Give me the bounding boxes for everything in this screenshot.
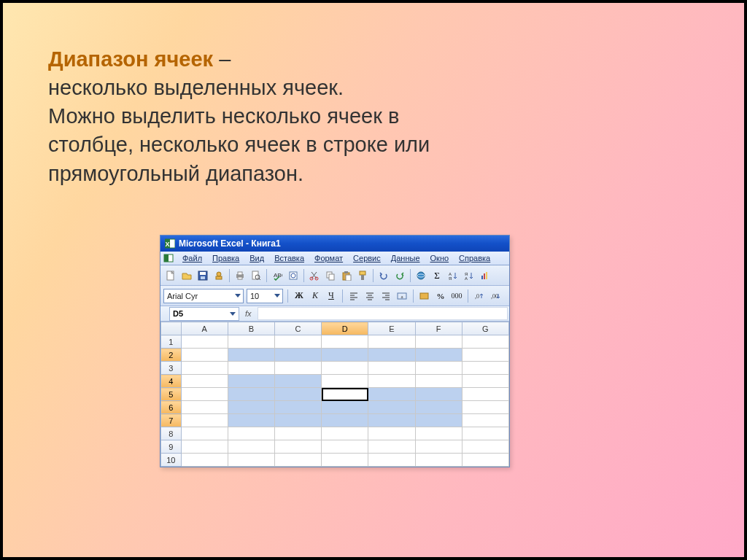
menu-view[interactable]: Вид [245,253,268,263]
menu-help[interactable]: Справка [454,253,495,263]
permissions-button[interactable] [212,268,226,283]
increase-decimal-button[interactable]: ,0 [473,289,486,303]
svg-rect-37 [486,272,487,279]
sort-desc-button[interactable]: ЯA [462,268,476,283]
col-header-D[interactable]: D [322,322,368,335]
align-left-button[interactable] [347,289,360,303]
svg-rect-8 [201,276,205,279]
menu-window[interactable]: Окно [426,253,454,263]
svg-rect-36 [484,273,485,279]
svg-line-16 [259,279,260,280]
undo-button[interactable] [376,268,391,283]
separator [373,269,374,282]
menu-tools[interactable]: Сервис [349,253,385,263]
bold-button[interactable]: Ж [293,289,306,303]
menu-insert[interactable]: Вставка [270,253,309,263]
row-header-7[interactable]: 7 [161,414,182,427]
row-header-8[interactable]: 8 [161,427,182,440]
svg-point-9 [217,272,221,276]
definition-text: Диапазон ячеек – несколько выделенных яч… [48,45,646,188]
row-header-3[interactable]: 3 [161,362,182,375]
select-all-corner[interactable] [161,322,182,335]
svg-rect-52 [420,293,428,299]
sort-asc-button[interactable]: AЯ [446,268,460,283]
window-title: Microsoft Excel - Книга1 [179,238,281,249]
formula-bar[interactable] [258,307,508,320]
autosum-button[interactable]: Σ [430,268,444,283]
underline-button[interactable]: Ч [325,289,338,303]
col-header-G[interactable]: G [462,322,508,335]
menu-data[interactable]: Данные [387,253,425,263]
separator [303,269,304,282]
svg-rect-10 [216,276,222,279]
cut-button[interactable] [307,268,322,283]
save-button[interactable] [196,268,210,283]
print-preview-button[interactable] [249,268,263,283]
menu-format[interactable]: Формат [310,253,347,263]
font-name-selector[interactable]: Arial Cyr [163,289,244,303]
svg-text:Я: Я [449,276,452,281]
svg-text:,0: ,0 [475,293,479,300]
comma-style-button[interactable]: 000 [450,289,463,303]
percent-button[interactable]: % [434,289,447,303]
active-cell[interactable] [322,388,368,401]
worksheet-grid[interactable]: A B C D E F G 1 2 3 4 5 6 7 8 9 10 [160,322,509,467]
row-header-1[interactable]: 1 [161,335,182,349]
svg-rect-4 [164,254,169,262]
fx-icon[interactable]: fx [241,309,256,318]
format-painter-button[interactable] [355,268,370,283]
slide: Диапазон ячеек – несколько выделенных яч… [0,0,747,560]
svg-rect-35 [481,276,483,279]
workbook-icon [163,253,174,263]
name-box[interactable]: D5 [169,307,239,321]
separator [229,269,230,282]
row-header-4[interactable]: 4 [161,375,182,388]
excel-icon: X [165,238,175,249]
row-header-10[interactable]: 10 [161,454,182,467]
copy-button[interactable] [323,268,338,283]
spell-check-button[interactable]: ABC [270,268,285,283]
col-header-B[interactable]: B [228,322,274,335]
separator [342,289,343,303]
menu-edit[interactable]: Правка [208,253,244,263]
col-header-F[interactable]: F [415,322,462,335]
open-button[interactable] [179,268,194,283]
row-header-5[interactable]: 5 [161,388,182,401]
svg-text:X: X [165,241,169,248]
row-header-2[interactable]: 2 [161,349,182,362]
new-button[interactable] [163,268,178,283]
formula-bar-row: D5 fx [160,306,509,322]
italic-button[interactable]: К [309,289,322,303]
paste-button[interactable] [339,268,354,283]
row-header-9[interactable]: 9 [161,440,182,454]
redo-button[interactable] [392,268,407,283]
formatting-toolbar: Arial Cyr 10 Ж К Ч a % 000 ,0 ,00 [160,286,509,306]
titlebar: X Microsoft Excel - Книга1 [160,236,509,252]
svg-rect-26 [346,275,351,281]
hyperlink-button[interactable] [414,268,428,283]
row-header-6[interactable]: 6 [161,401,182,414]
col-header-A[interactable]: A [181,322,228,335]
svg-rect-23 [329,274,334,280]
col-header-E[interactable]: E [368,322,415,335]
research-button[interactable] [286,268,301,283]
term: Диапазон ячеек [48,47,213,71]
align-right-button[interactable] [379,289,392,303]
svg-rect-27 [360,271,365,275]
align-center-button[interactable] [363,289,376,303]
print-button[interactable] [233,268,247,283]
merge-center-button[interactable]: a [395,289,409,303]
svg-text:A: A [465,276,468,281]
font-size-selector[interactable]: 10 [247,289,283,303]
svg-rect-25 [344,271,348,273]
currency-button[interactable] [418,289,431,303]
menu-file[interactable]: Файл [178,253,206,263]
separator [287,289,288,303]
menubar: Файл Правка Вид Вставка Формат Сервис Да… [160,252,509,265]
col-header-C[interactable]: C [274,322,321,335]
svg-text:,00: ,00 [491,293,498,300]
chart-wizard-button[interactable] [478,268,492,283]
svg-rect-13 [238,277,242,279]
separator [266,269,267,282]
decrease-decimal-button[interactable]: ,00 [489,289,502,303]
